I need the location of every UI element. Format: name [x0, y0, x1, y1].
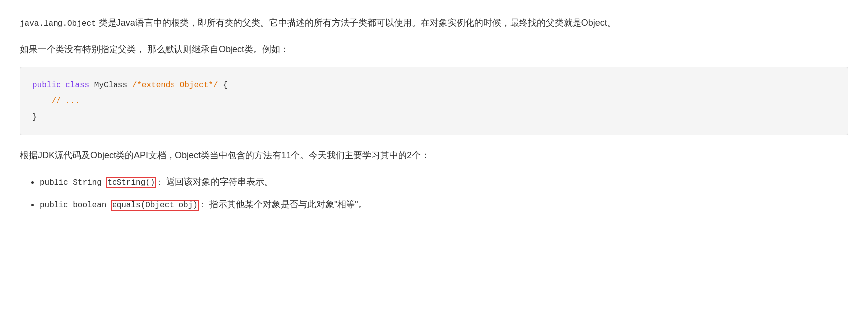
code-line-2: // ...	[32, 93, 836, 109]
keyword-public-class: public class	[32, 81, 89, 90]
code-line-3: }	[32, 109, 836, 125]
para2-text: 如果一个类没有特别指定父类， 那么默认则继承自Object类。例如：	[20, 44, 289, 54]
tostring-colon: ：	[156, 178, 164, 187]
tostring-desc: 返回该对象的字符串表示。	[166, 177, 273, 187]
paragraph-3: 根据JDK源代码及Object类的API文档，Object类当中包含的方法有11…	[20, 147, 848, 163]
code-line-1: public class MyClass /*extends Object*/ …	[32, 77, 836, 93]
equals-colon: ：	[199, 201, 207, 210]
para3-text: 根据JDK源代码及Object类的API文档，Object类当中包含的方法有11…	[20, 150, 430, 160]
close-brace: }	[32, 113, 37, 122]
comment-extends: /*extends Object*/	[132, 81, 218, 90]
method-list: public String toString()： 返回该对象的字符串表示。 p…	[20, 174, 848, 213]
para1-code: java.lang.Object	[20, 19, 96, 28]
tostring-prefix: public String	[40, 178, 106, 187]
tostring-highlight: toString()	[106, 177, 156, 188]
paragraph-1: java.lang.Object 类是Java语言中的根类，即所有类的父类。它中…	[20, 15, 848, 31]
para1-text: 类是Java语言中的根类，即所有类的父类。它中描述的所有方法子类都可以使用。在对…	[99, 18, 616, 28]
list-item-tostring: public String toString()： 返回该对象的字符串表示。	[40, 174, 848, 190]
list-item-equals: public boolean equals(Object obj)： 指示其他某…	[40, 196, 848, 213]
open-brace: {	[223, 81, 228, 90]
comment-ellipsis: // ...	[32, 97, 80, 106]
paragraph-2: 如果一个类没有特别指定父类， 那么默认则继承自Object类。例如：	[20, 41, 848, 57]
code-block: public class MyClass /*extends Object*/ …	[20, 67, 848, 135]
equals-prefix: public boolean	[40, 201, 111, 210]
equals-highlight: equals(Object obj)	[111, 200, 199, 211]
class-name: MyClass	[94, 81, 132, 90]
equals-desc: 指示其他某个对象是否与此对象"相等"。	[209, 199, 367, 209]
